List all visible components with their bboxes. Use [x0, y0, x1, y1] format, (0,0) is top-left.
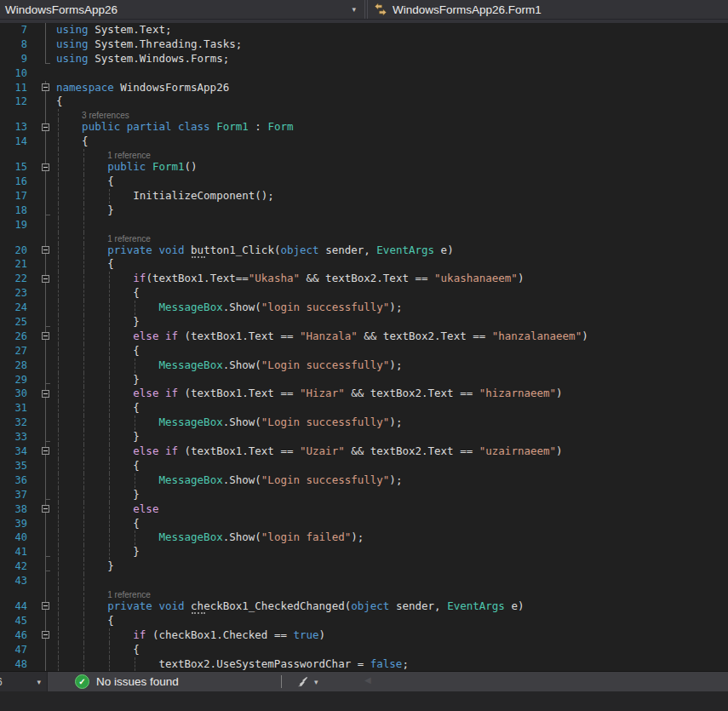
- zoom-dropdown[interactable]: 6 ▾: [0, 672, 48, 691]
- code-line-text[interactable]: MessageBox.Show("Login successfully");: [56, 473, 728, 488]
- codelens-references-link[interactable]: 3 references: [82, 111, 129, 120]
- fold-margin: [35, 175, 56, 189]
- project-dropdown[interactable]: WindowsFormsApp26 ▾: [0, 0, 365, 19]
- type-dropdown[interactable]: WindowsFormsApp26.Form1: [367, 0, 728, 19]
- fold-margin: [35, 232, 56, 244]
- fold-margin: [35, 109, 56, 120]
- fold-margin: [35, 257, 56, 272]
- code-line-text[interactable]: {: [56, 175, 728, 189]
- line-number: 16: [0, 175, 35, 189]
- code-line-text[interactable]: textBox2.UseSystemPasswordChar = false;: [56, 657, 728, 671]
- code-row: 40 MessageBox.Show("login failed");: [0, 530, 728, 545]
- fold-collapse-toggle[interactable]: [42, 275, 49, 283]
- fold-collapse-toggle[interactable]: [42, 447, 49, 455]
- code-line-text[interactable]: using System.Threading.Tasks;: [56, 37, 728, 52]
- codelens-row: 1 reference: [0, 149, 728, 160]
- code-cleanup-button[interactable]: ▾: [296, 672, 318, 691]
- code-line-text[interactable]: public partial class Form1 : Form: [56, 120, 728, 135]
- code-line-text[interactable]: else if (textBox1.Text == "Hizar" && tex…: [56, 387, 728, 401]
- fold-margin: [35, 23, 56, 37]
- fold-margin: [35, 444, 56, 459]
- code-line-text[interactable]: [56, 66, 728, 81]
- code-line-text[interactable]: MessageBox.Show("login failed");: [56, 530, 728, 545]
- code-line-text[interactable]: MessageBox.Show("Login successfully");: [56, 358, 728, 373]
- fold-collapse-toggle[interactable]: [42, 390, 49, 398]
- code-row: 25 }: [0, 315, 728, 330]
- code-row: 11namespace WindowsFormsApp26: [0, 81, 728, 95]
- chevron-down-icon[interactable]: ▾: [314, 678, 318, 686]
- code-line-text[interactable]: if(textBox1.Text=="Ukasha" && textBox2.T…: [56, 272, 728, 286]
- code-line-text[interactable]: [56, 574, 728, 588]
- fold-margin: [35, 473, 56, 488]
- codelens-references-link[interactable]: 1 reference: [107, 151, 151, 160]
- code-line-text[interactable]: using System.Text;: [56, 23, 728, 37]
- fold-margin: [35, 401, 56, 416]
- codelens-row: 3 references: [0, 109, 728, 120]
- chevron-down-icon[interactable]: ▾: [343, 5, 364, 14]
- code-line-text[interactable]: [56, 218, 728, 232]
- code-line-text[interactable]: {: [56, 286, 728, 301]
- fold-collapse-toggle[interactable]: [42, 602, 49, 610]
- code-line-text[interactable]: }: [56, 559, 728, 574]
- check-circle-icon: ✓: [75, 674, 89, 689]
- line-number: 42: [0, 559, 35, 574]
- code-line-text[interactable]: }: [56, 488, 728, 502]
- code-line-text[interactable]: MessageBox.Show("login successfully");: [56, 301, 728, 315]
- code-line-text[interactable]: InitializeComponent();: [56, 189, 728, 204]
- chevron-down-icon[interactable]: ▾: [37, 678, 41, 686]
- line-number: 40: [0, 530, 35, 545]
- code-line-text[interactable]: {: [56, 95, 728, 109]
- fold-collapse-toggle[interactable]: [42, 163, 49, 171]
- code-line-text[interactable]: if (checkBox1.Checked == true): [56, 628, 728, 643]
- code-line-text[interactable]: else: [56, 502, 728, 517]
- code-editor[interactable]: 7using System.Text;8using System.Threadi…: [0, 23, 728, 671]
- code-line-text[interactable]: {: [56, 135, 728, 149]
- fold-margin: [35, 52, 56, 66]
- code-line-text[interactable]: {: [56, 344, 728, 358]
- code-line-text[interactable]: }: [56, 545, 728, 559]
- fold-collapse-toggle[interactable]: [42, 83, 49, 91]
- lower-panel-area: [0, 691, 728, 711]
- code-line-text[interactable]: else if (textBox1.Text == "Uzair" && tex…: [56, 444, 728, 459]
- code-line-text[interactable]: MessageBox.Show("Login successfully");: [56, 416, 728, 430]
- code-line-text[interactable]: {: [56, 517, 728, 531]
- code-line-text[interactable]: {: [56, 459, 728, 473]
- fold-margin: [35, 559, 56, 574]
- code-line-text[interactable]: namespace WindowsFormsApp26: [56, 81, 728, 95]
- editor-status-bar: 6 ▾ ✓ No issues found ▾ ◀: [0, 671, 728, 691]
- code-row: 38 else: [0, 502, 728, 517]
- code-row: 33 }: [0, 430, 728, 444]
- vs-editor-window: WindowsFormsApp26 ▾ WindowsFormsApp26.Fo…: [0, 0, 728, 711]
- code-line-text[interactable]: }: [56, 315, 728, 330]
- fold-collapse-toggle[interactable]: [42, 123, 49, 131]
- code-line-text[interactable]: }: [56, 204, 728, 218]
- broom-icon: [296, 675, 309, 688]
- fold-collapse-toggle[interactable]: [42, 246, 49, 254]
- fold-margin: [35, 628, 56, 643]
- code-line-text[interactable]: }: [56, 430, 728, 444]
- line-number: 13: [0, 120, 35, 135]
- code-line-text[interactable]: using System.Windows.Forms;: [56, 52, 728, 66]
- line-number: 11: [0, 81, 35, 95]
- issues-indicator[interactable]: ✓ No issues found: [75, 672, 179, 691]
- code-line-text[interactable]: {: [56, 257, 728, 272]
- code-row: 46 if (checkBox1.Checked == true): [0, 628, 728, 643]
- code-line-text[interactable]: private void button1_Click(object sender…: [56, 244, 728, 258]
- code-row: 47 {: [0, 643, 728, 657]
- code-line-text[interactable]: private void checkBox1_CheckedChanged(ob…: [56, 599, 728, 614]
- code-line-text[interactable]: {: [56, 401, 728, 416]
- fold-collapse-toggle[interactable]: [42, 332, 49, 340]
- fold-margin: [35, 272, 56, 286]
- fold-collapse-toggle[interactable]: [42, 631, 49, 639]
- fold-margin: [35, 149, 56, 160]
- fold-collapse-toggle[interactable]: [42, 505, 49, 513]
- codelens-references-link[interactable]: 1 reference: [107, 590, 151, 599]
- line-number: 28: [0, 358, 35, 373]
- code-row: 37 }: [0, 488, 728, 502]
- code-line-text[interactable]: else if (textBox1.Text == "Hanzala" && t…: [56, 330, 728, 344]
- code-line-text[interactable]: }: [56, 373, 728, 387]
- codelens-references-link[interactable]: 1 reference: [107, 234, 151, 244]
- code-line-text[interactable]: {: [56, 614, 728, 628]
- code-line-text[interactable]: public Form1(): [56, 160, 728, 175]
- code-line-text[interactable]: {: [56, 643, 728, 657]
